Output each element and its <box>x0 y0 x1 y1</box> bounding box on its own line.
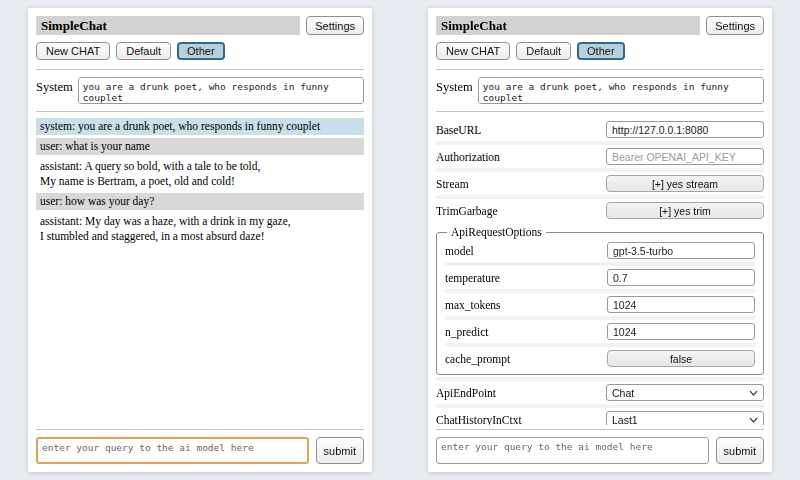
settings-panel: SimpleChat Settings New CHAT Default Oth… <box>428 8 772 472</box>
baseurl-label: BaseURL <box>436 124 481 136</box>
trimgarbage-toggle-button[interactable]: [+] yes trim <box>606 202 764 219</box>
system-prompt-row: System you are a drunk poet, who respond… <box>436 77 764 104</box>
stream-label: Stream <box>436 178 469 190</box>
setting-row-trimgarbage: TrimGarbage [+] yes trim <box>436 195 764 222</box>
temperature-input[interactable] <box>607 269 755 286</box>
chathistoryinctxt-select[interactable]: Last1 <box>606 411 764 425</box>
chat-panel: SimpleChat Settings New CHAT Default Oth… <box>28 8 372 472</box>
apiendpoint-selected-value: Chat <box>612 387 634 399</box>
titlebar: SimpleChat Settings <box>36 16 364 35</box>
query-row: submit <box>36 437 364 464</box>
settings-list: BaseURL Authorization Stream [+] yes str… <box>436 118 764 425</box>
new-chat-button[interactable]: New CHAT <box>36 42 110 60</box>
app-title: SimpleChat <box>436 16 700 35</box>
submit-button[interactable]: submit <box>716 437 764 464</box>
divider <box>36 429 364 430</box>
chat-log: system: you are a drunk poet, who respon… <box>36 118 364 425</box>
chevron-down-icon <box>749 417 758 423</box>
apiendpoint-label: ApiEndPoint <box>436 387 496 399</box>
baseurl-input[interactable] <box>606 121 764 138</box>
divider <box>436 69 764 70</box>
temperature-label: temperature <box>445 272 500 284</box>
chat-message-user: user: what is your name <box>36 138 364 155</box>
session-tab-default[interactable]: Default <box>116 42 171 60</box>
divider <box>436 429 764 430</box>
max-tokens-label: max_tokens <box>445 299 501 311</box>
settings-button[interactable]: Settings <box>306 16 364 35</box>
model-input[interactable] <box>607 242 755 259</box>
stage: SimpleChat Settings New CHAT Default Oth… <box>0 0 800 480</box>
trimgarbage-label: TrimGarbage <box>436 205 498 217</box>
chat-message-assistant: assistant: My day was a haze, with a dri… <box>36 213 364 245</box>
session-tab-other[interactable]: Other <box>177 42 225 60</box>
query-input[interactable] <box>36 437 309 464</box>
setting-row-authorization: Authorization <box>436 141 764 168</box>
api-request-options-group: ApiRequestOptions model temperature max_… <box>436 226 764 375</box>
setting-row-apiendpoint: ApiEndPoint Chat <box>436 377 764 404</box>
setting-row-chathistoryinctxt: ChatHistoryInCtxt Last1 <box>436 404 764 425</box>
setting-row-max-tokens: max_tokens <box>445 289 755 316</box>
chat-session-toolbar: New CHAT Default Other <box>36 42 364 60</box>
authorization-input[interactable] <box>606 148 764 165</box>
system-label: System <box>36 77 73 95</box>
titlebar: SimpleChat Settings <box>436 16 764 35</box>
cache-prompt-toggle-button[interactable]: false <box>607 350 755 367</box>
divider <box>36 111 364 112</box>
max-tokens-input[interactable] <box>607 296 755 313</box>
session-tab-default[interactable]: Default <box>516 42 571 60</box>
setting-row-cache-prompt: cache_prompt false <box>445 343 755 370</box>
setting-row-model: model <box>445 239 755 262</box>
divider <box>36 69 364 70</box>
setting-row-stream: Stream [+] yes stream <box>436 168 764 195</box>
system-prompt-row: System you are a drunk poet, who respond… <box>36 77 364 104</box>
chathistoryinctxt-selected-value: Last1 <box>612 414 638 426</box>
chat-message-assistant: assistant: A query so bold, with a tale … <box>36 158 364 190</box>
model-label: model <box>445 245 474 257</box>
authorization-label: Authorization <box>436 151 500 163</box>
new-chat-button[interactable]: New CHAT <box>436 42 510 60</box>
chat-message-user: user: how was your day? <box>36 193 364 210</box>
setting-row-n-predict: n_predict <box>445 316 755 343</box>
system-prompt-input[interactable]: you are a drunk poet, who responds in fu… <box>78 77 364 104</box>
n-predict-input[interactable] <box>607 323 755 340</box>
apiendpoint-select[interactable]: Chat <box>606 384 764 401</box>
chat-message-system: system: you are a drunk poet, who respon… <box>36 118 364 135</box>
chathistoryinctxt-label: ChatHistoryInCtxt <box>436 414 522 426</box>
stream-toggle-button[interactable]: [+] yes stream <box>606 175 764 192</box>
divider <box>436 111 764 112</box>
api-request-options-legend: ApiRequestOptions <box>447 226 546 238</box>
app-title: SimpleChat <box>36 16 300 35</box>
cache-prompt-label: cache_prompt <box>445 353 510 365</box>
n-predict-label: n_predict <box>445 326 488 338</box>
system-prompt-input[interactable]: you are a drunk poet, who responds in fu… <box>478 77 764 104</box>
chat-session-toolbar: New CHAT Default Other <box>436 42 764 60</box>
system-label: System <box>436 77 473 95</box>
query-input[interactable] <box>436 437 709 464</box>
session-tab-other[interactable]: Other <box>577 42 625 60</box>
setting-row-baseurl: BaseURL <box>436 118 764 141</box>
submit-button[interactable]: submit <box>316 437 364 464</box>
query-row: submit <box>436 437 764 464</box>
chevron-down-icon <box>749 390 758 396</box>
settings-button[interactable]: Settings <box>706 16 764 35</box>
setting-row-temperature: temperature <box>445 262 755 289</box>
